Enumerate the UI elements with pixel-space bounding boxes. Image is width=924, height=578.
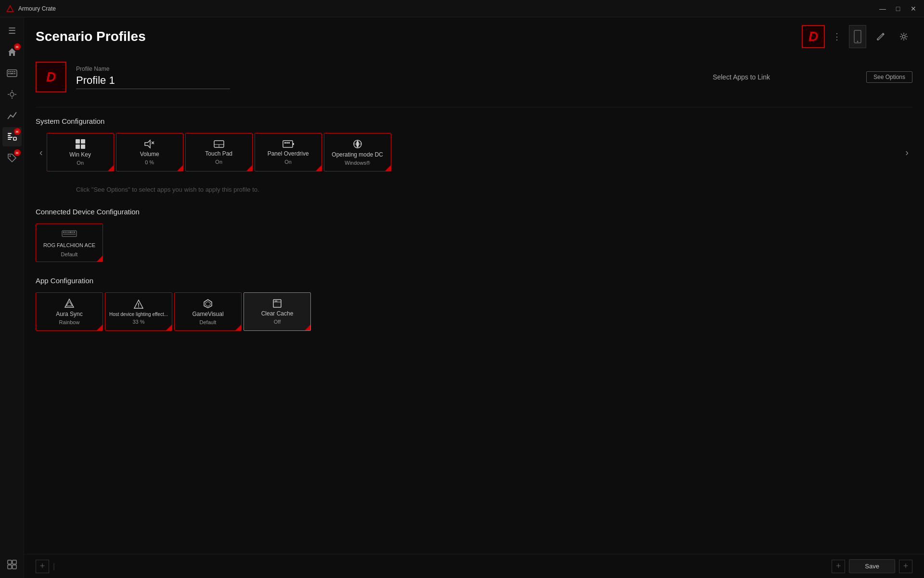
- close-button[interactable]: ✕: [909, 4, 918, 13]
- panel-overdrive-value: On: [284, 159, 292, 165]
- svg-rect-53: [69, 232, 72, 233]
- operating-mode-corner: [385, 165, 391, 171]
- volume-card-inner: Volume 0 %: [140, 139, 159, 165]
- svg-rect-52: [68, 232, 69, 233]
- operating-mode-label: Operating mode DC: [332, 151, 383, 158]
- settings-icon: [899, 32, 909, 41]
- aura-sync-corner: [97, 325, 103, 330]
- titlebar-left: Armoury Crate: [6, 4, 56, 13]
- operating-mode-icon: [352, 139, 363, 149]
- touchpad-value: On: [215, 159, 222, 165]
- minimize-button[interactable]: —: [878, 4, 887, 13]
- rog-falchion-label: ROG FALCHION ACE: [43, 242, 95, 249]
- volume-label: Volume: [140, 151, 159, 158]
- win-key-card[interactable]: Win Key On: [47, 133, 114, 171]
- host-device-lighting-label: Host device lighting effect...: [109, 312, 168, 317]
- keyboard-icon: [7, 69, 17, 77]
- performance-icon: [7, 110, 17, 121]
- svg-rect-20: [13, 137, 16, 140]
- system-config-next-button[interactable]: ›: [901, 147, 912, 158]
- operating-mode-card[interactable]: Operating mode DC Windows®: [324, 133, 391, 171]
- edit-button[interactable]: [872, 28, 889, 45]
- save-button[interactable]: Save: [849, 559, 895, 573]
- device-button[interactable]: [849, 25, 866, 48]
- host-device-lighting-card-inner: Host device lighting effect... 33 %: [109, 299, 168, 325]
- sidebar-item-keyboard[interactable]: [2, 64, 22, 83]
- clear-cache-card[interactable]: Clear Cache Off: [244, 292, 311, 331]
- win-key-icon: [75, 139, 86, 149]
- rog-falchion-card[interactable]: ROG FALCHION ACE Default: [36, 223, 103, 262]
- system-config-header: System Configuration: [36, 117, 912, 125]
- svg-rect-34: [81, 144, 85, 149]
- system-config-prev-button[interactable]: ‹: [36, 147, 47, 158]
- app-config-header: App Configuration: [36, 276, 912, 285]
- svg-rect-50: [65, 232, 66, 233]
- clear-cache-icon: [272, 299, 282, 308]
- add-button[interactable]: +: [36, 560, 49, 573]
- svg-rect-22: [8, 560, 12, 564]
- svg-rect-18: [8, 137, 13, 138]
- host-device-lighting-icon: [133, 299, 144, 310]
- profile-name-input[interactable]: [76, 74, 230, 89]
- aura-sync-card[interactable]: Aura Sync Rainbow: [36, 292, 103, 331]
- topbar-profile-badge-container: D: [802, 25, 825, 48]
- svg-rect-67: [276, 301, 277, 302]
- restore-button[interactable]: □: [893, 4, 903, 13]
- gamevisual-label: GameVisual: [192, 311, 223, 317]
- panel-overdrive-card-inner: Panel Overdrive On: [268, 140, 309, 165]
- tags-badge: H: [14, 149, 21, 156]
- bottom-plus-button[interactable]: +: [832, 560, 845, 573]
- panel-overdrive-corner: [316, 165, 321, 171]
- sidebar-item-aura[interactable]: [2, 85, 22, 104]
- profile-info: Profile Name: [76, 66, 645, 89]
- svg-rect-51: [66, 232, 67, 233]
- profile-avatar: D: [36, 62, 66, 92]
- sidebar-item-armoury[interactable]: [2, 555, 22, 574]
- sidebar-item-home[interactable]: H: [2, 42, 22, 62]
- touchpad-label: Touch Pad: [205, 150, 232, 157]
- volume-card[interactable]: Volume 0 %: [116, 133, 183, 171]
- app-config-section: App Configuration Aura Sync Rainbo: [36, 276, 912, 331]
- settings-button[interactable]: [895, 28, 912, 45]
- svg-rect-25: [13, 565, 16, 569]
- clear-cache-label: Clear Cache: [261, 310, 294, 317]
- topbar-profile-badge[interactable]: D: [802, 25, 825, 48]
- content-area: Scenario Profiles D ⋮: [24, 17, 924, 578]
- gamevisual-corner: [235, 325, 241, 330]
- operating-mode-value: Windows®: [345, 160, 370, 166]
- svg-rect-45: [288, 142, 290, 144]
- aura-sync-value: Rainbow: [59, 319, 80, 325]
- svg-rect-9: [10, 73, 13, 74]
- touchpad-icon: [213, 140, 225, 148]
- sidebar-item-scenarios[interactable]: H: [2, 127, 22, 146]
- aura-sync-card-inner: Aura Sync Rainbow: [56, 298, 82, 325]
- svg-rect-56: [63, 234, 76, 235]
- system-config-cards-row: ‹ Win Key: [36, 133, 912, 171]
- system-config-section: System Configuration ‹: [36, 117, 912, 171]
- sidebar: ☰ H: [0, 17, 24, 578]
- main-scroll[interactable]: D Profile Name Select Apps to Link See O…: [24, 52, 924, 554]
- svg-point-30: [902, 35, 905, 38]
- svg-rect-19: [8, 139, 11, 140]
- gamevisual-value: Default: [200, 319, 217, 325]
- panel-overdrive-card[interactable]: Panel Overdrive On: [255, 133, 322, 171]
- gamevisual-card[interactable]: GameVisual Default: [174, 292, 242, 331]
- aura-icon: [7, 89, 17, 100]
- topbar-right: D ⋮: [802, 25, 912, 48]
- sidebar-item-performance[interactable]: [2, 106, 22, 125]
- more-options-button[interactable]: ⋮: [831, 29, 843, 44]
- svg-rect-16: [8, 133, 12, 134]
- select-apps-container: Select Apps to Link See Options: [713, 71, 912, 83]
- sidebar-item-tags[interactable]: H: [2, 148, 22, 168]
- bottom-right: + Save +: [832, 559, 912, 573]
- touchpad-card[interactable]: Touch Pad On: [185, 133, 253, 171]
- aura-sync-icon: [64, 298, 75, 309]
- see-options-button[interactable]: See Options: [866, 71, 912, 83]
- sidebar-item-menu[interactable]: ☰: [2, 21, 22, 40]
- bottom-right-plus-button[interactable]: +: [899, 560, 912, 573]
- host-device-lighting-card[interactable]: Host device lighting effect... 33 %: [105, 292, 172, 331]
- select-apps-row: Select Apps to Link See Options: [713, 71, 912, 83]
- svg-rect-23: [13, 560, 16, 564]
- system-config-cards-scroll: Win Key On: [47, 133, 902, 171]
- connected-device-header: Connected Device Configuration: [36, 208, 912, 216]
